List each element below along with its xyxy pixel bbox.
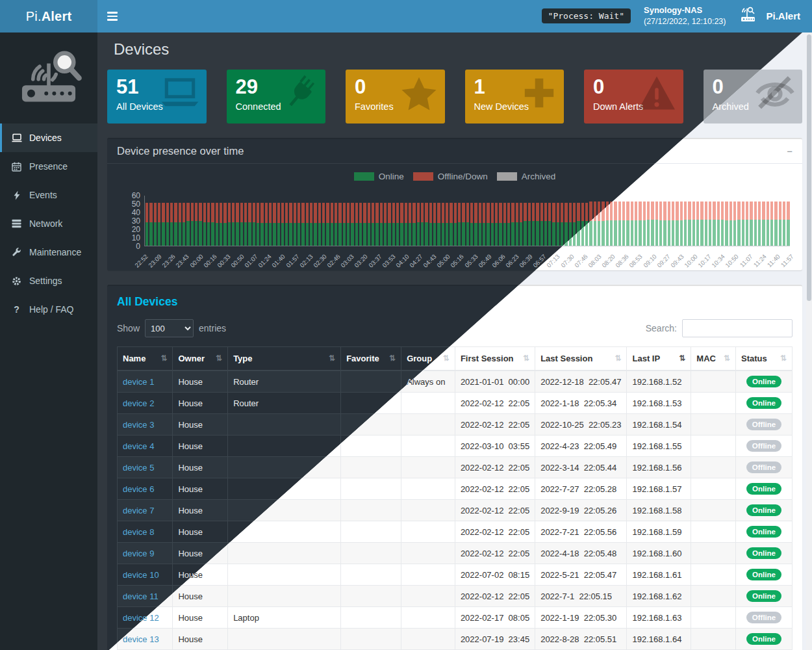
sidebar-item-events[interactable]: Events (0, 181, 97, 209)
page-length-select[interactable]: 100 (145, 319, 194, 337)
x-tick-label: 09:43 (669, 253, 685, 269)
device-link[interactable]: device 6 (123, 484, 154, 494)
chart-bar (154, 203, 157, 246)
cell-type: Router (228, 393, 341, 414)
status-badge: Online (746, 590, 781, 602)
chart-bar (400, 203, 403, 246)
chart-bar (511, 203, 514, 246)
device-link[interactable]: device 5 (123, 463, 154, 473)
sidebar-item-maintenance[interactable]: Maintenance (0, 238, 97, 266)
card-connected[interactable]: 29Connected (227, 70, 326, 124)
device-link[interactable]: device 4 (123, 441, 154, 451)
chart-bar (318, 203, 321, 246)
column-header-mac[interactable]: MAC⇅ (691, 347, 736, 371)
cell-owner: House (173, 457, 228, 478)
cell-mac (691, 543, 736, 564)
column-header-type[interactable]: Type⇅ (228, 347, 341, 371)
chart-bar (203, 203, 206, 246)
x-tick-label: 00:00 (188, 253, 205, 269)
column-header-favorite[interactable]: Favorite⇅ (341, 347, 401, 371)
sidebar-item-label: Settings (29, 276, 62, 286)
collapse-icon[interactable]: − (787, 146, 793, 157)
chart-bar (368, 203, 370, 246)
chart-bar (207, 203, 210, 246)
sidebar-item-settings[interactable]: Settings (0, 266, 97, 295)
column-header-last-ip[interactable]: Last IP⇅ (627, 347, 691, 371)
chart-bar (244, 203, 247, 246)
scrollbar[interactable] (806, 32, 812, 650)
sidebar-item-devices[interactable]: Devices (0, 124, 97, 152)
cell-first-session: 2022-02-12 22:05 (455, 500, 535, 521)
chart-bar (429, 203, 432, 246)
chart-bar (380, 203, 383, 246)
chart-bar (622, 202, 625, 246)
column-header-name[interactable]: Name⇅ (118, 347, 173, 371)
x-tick-label: 08:53 (628, 253, 644, 269)
status-badge: Offline (746, 612, 781, 623)
cell-last-session: 2022-10-25 22:05.23 (535, 414, 627, 436)
cell-last-session: 2022-1-19 22:05.30 (535, 607, 627, 629)
account-menu[interactable]: Pi.Alert (739, 6, 804, 26)
column-header-status[interactable]: Status⇅ (735, 347, 792, 371)
cell-favorite (341, 370, 401, 393)
legend-item-offline-down: Offline/Down (413, 172, 488, 181)
legend-label: Archived (522, 172, 556, 181)
card-favorites[interactable]: 0Favorites (346, 70, 445, 124)
cell-owner: House (173, 414, 228, 436)
chart-bar (742, 202, 744, 246)
x-tick-label: 11:24 (752, 253, 767, 268)
chart-bar (277, 203, 280, 246)
brand-logo[interactable]: Pi.Alert (0, 0, 97, 32)
nas-info: Synology-NAS (27/12/2022, 12:10:23) (644, 5, 726, 27)
cell-last-session: 2022-9-19 22:05.26 (535, 500, 627, 521)
card-down-alerts[interactable]: 0Down Alerts (584, 70, 683, 124)
chart-bar (162, 203, 164, 246)
chart-bar (405, 203, 407, 246)
sidebar-item-network[interactable]: Network (0, 209, 97, 238)
hamburger-menu-icon[interactable] (97, 0, 127, 32)
cell-last-session: 2022-8-28 22:05.51 (535, 629, 627, 650)
cell-last-session: 2022-4-23 22:05.49 (535, 436, 627, 457)
chart-bar (688, 202, 691, 246)
legend-item-online: Online (354, 172, 404, 181)
x-tick-label: 07:30 (559, 253, 576, 269)
sidebar-item-presence[interactable]: Presence (0, 152, 97, 181)
search-input[interactable] (682, 319, 793, 337)
chart-bar (692, 202, 695, 246)
chart-bar (721, 202, 724, 246)
chart-bar (195, 203, 197, 246)
status-badge: Online (746, 633, 781, 645)
chart-bar (265, 203, 268, 246)
device-link[interactable]: device 3 (123, 420, 154, 430)
scrollbar-thumb[interactable] (807, 34, 811, 301)
x-tick-label: 03:53 (381, 253, 397, 269)
column-header-last-session[interactable]: Last Session⇅ (535, 347, 627, 371)
network-icon (11, 219, 22, 228)
cell-first-session: 2022-02-12 22:05 (455, 414, 535, 436)
column-header-first-session[interactable]: First Session⇅ (455, 347, 535, 371)
chart-bar (236, 203, 238, 246)
x-tick-label: 09:10 (642, 253, 658, 269)
chart-bar (672, 202, 674, 246)
x-tick-label: 10:34 (710, 253, 726, 269)
card-new-devices[interactable]: 1New Devices (465, 70, 565, 124)
x-tick-label: 02:46 (325, 253, 342, 269)
device-link[interactable]: device 10 (123, 570, 159, 580)
column-header-owner[interactable]: Owner⇅ (173, 347, 228, 371)
cell-first-session: 2022-07-02 08:15 (455, 564, 535, 586)
chart-bar (684, 202, 687, 246)
device-link[interactable]: device 11 (123, 592, 159, 601)
sort-icon: ⇅ (389, 354, 396, 363)
device-link[interactable]: device 13 (123, 634, 159, 644)
card-all-devices[interactable]: 51All Devices (107, 70, 207, 124)
device-link[interactable]: device 7 (123, 506, 154, 515)
device-link[interactable]: device 2 (123, 398, 154, 408)
sidebar-item-label: Maintenance (29, 247, 81, 257)
cell-group (401, 629, 455, 650)
sidebar-item-help-faq[interactable]: ?Help / FAQ (0, 295, 97, 324)
device-link[interactable]: device 8 (123, 527, 154, 537)
cell-first-session: 2022-02-12 22:05 (455, 478, 535, 500)
device-link[interactable]: device 9 (123, 549, 154, 558)
device-link[interactable]: device 1 (123, 377, 154, 387)
chart-bar (758, 202, 761, 246)
